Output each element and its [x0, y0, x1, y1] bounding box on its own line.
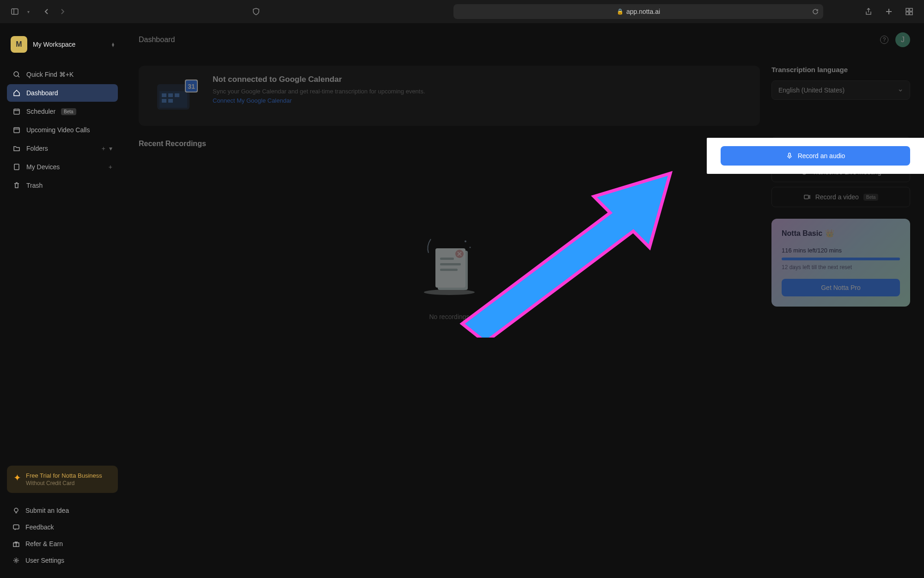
recent-recordings-title: Recent Recordings: [139, 140, 760, 148]
bulb-icon: [12, 507, 20, 514]
beta-badge: Beta: [863, 194, 879, 201]
mic-icon: [786, 152, 793, 160]
plan-days: 12 days left till the next reset: [782, 264, 900, 271]
svg-text:31: 31: [188, 83, 195, 90]
sparkle-icon: ✦: [13, 472, 21, 483]
device-icon: [12, 163, 21, 171]
language-selected: English (United States): [778, 86, 844, 94]
empty-state: No recordings: [139, 157, 760, 388]
browser-toolbar: ▾ 🔒 app.notta.ai: [0, 0, 924, 23]
page-title: Dashboard: [139, 36, 175, 44]
svg-point-24: [465, 240, 466, 242]
sidebar-item-label: Trash: [26, 182, 43, 189]
video-icon: [803, 193, 811, 201]
footer-refer[interactable]: Refer & Earn: [7, 535, 118, 552]
footer-label: Refer & Earn: [25, 540, 63, 547]
chevron-down-icon: [898, 87, 903, 93]
svg-rect-35: [804, 195, 808, 199]
footer-settings[interactable]: User Settings: [7, 552, 118, 569]
svg-rect-4: [906, 12, 909, 15]
quick-find[interactable]: Quick Find ⌘+K: [7, 66, 118, 83]
svg-rect-3: [910, 8, 912, 11]
calendar-title: Not connected to Google Calendar: [213, 75, 425, 84]
svg-rect-17: [168, 93, 173, 97]
sidebar-item-upcoming[interactable]: Upcoming Video Calls: [7, 121, 118, 139]
svg-rect-8: [14, 128, 19, 133]
plan-card: Notta Basic 👑 116 mins left/120 mins 12 …: [771, 219, 910, 307]
promo-subtitle: Without Credit Card: [26, 480, 102, 486]
svg-point-13: [15, 560, 17, 561]
promo-card[interactable]: ✦ Free Trial for Notta Business Without …: [7, 466, 118, 493]
footer-submit-idea[interactable]: Submit an Idea: [7, 502, 118, 519]
dropdown-caret-icon[interactable]: ▾: [27, 9, 30, 14]
reload-icon[interactable]: [812, 8, 819, 15]
lock-icon: 🔒: [617, 8, 624, 15]
calendar-icon: [12, 107, 21, 116]
home-icon: [12, 89, 21, 97]
quick-find-label: Quick Find ⌘+K: [26, 71, 73, 78]
main-content: Dashboard ? J: [125, 23, 924, 578]
url-text: app.notta.ai: [626, 8, 660, 15]
empty-text: No recordings: [429, 313, 469, 320]
sidebar-item-label: Upcoming Video Calls: [26, 126, 90, 134]
svg-point-25: [470, 247, 471, 248]
back-icon[interactable]: [41, 6, 52, 17]
svg-rect-20: [168, 99, 173, 103]
svg-point-32: [424, 289, 475, 295]
workspace-selector[interactable]: M My Workspace ▴▾: [7, 32, 118, 56]
help-icon[interactable]: ?: [880, 36, 888, 44]
add-folder-icon[interactable]: +: [102, 145, 105, 152]
sidebar-toggle-icon[interactable]: [9, 6, 20, 17]
topbar: Dashboard ? J: [125, 23, 924, 56]
url-bar[interactable]: 🔒 app.notta.ai: [453, 4, 823, 19]
chevron-down-icon[interactable]: ▾: [109, 145, 112, 152]
crown-icon: 👑: [825, 229, 834, 238]
sidebar-item-folders[interactable]: Folders + ▾: [7, 140, 118, 157]
add-device-icon[interactable]: +: [109, 163, 112, 171]
sidebar-item-trash[interactable]: Trash: [7, 177, 118, 194]
video-label: Record a video: [815, 193, 859, 201]
user-avatar[interactable]: J: [895, 32, 910, 47]
sidebar-item-devices[interactable]: My Devices +: [7, 158, 118, 176]
trash-icon: [12, 181, 21, 190]
tabs-grid-icon[interactable]: [904, 6, 915, 17]
shield-icon[interactable]: [251, 6, 262, 17]
sidebar-item-scheduler[interactable]: Scheduler Beta: [7, 103, 118, 120]
svg-rect-5: [910, 12, 912, 15]
calendar-connect-link[interactable]: Connect My Google Calendar: [213, 97, 292, 104]
sidebar-item-dashboard[interactable]: Dashboard: [7, 84, 118, 102]
svg-rect-18: [175, 93, 179, 97]
footer-label: Submit an Idea: [25, 507, 69, 514]
svg-rect-2: [906, 8, 909, 11]
sidebar: M My Workspace ▴▾ Quick Find ⌘+K Dashboa…: [0, 23, 125, 578]
plan-minutes: 116 mins left/120 mins: [782, 247, 900, 254]
record-video-button[interactable]: Record a video Beta: [771, 187, 910, 207]
svg-rect-30: [440, 269, 458, 271]
plus-icon[interactable]: [883, 6, 894, 17]
highlight-callout: Record an audio: [707, 138, 924, 174]
language-title: Transcription language: [771, 66, 910, 74]
gear-icon: [12, 557, 20, 564]
svg-point-10: [14, 508, 18, 512]
calendar-check-icon: [12, 126, 21, 134]
plan-progress-bar: [782, 258, 900, 260]
svg-rect-7: [14, 109, 19, 114]
footer-label: Feedback: [25, 523, 54, 531]
record-audio-button[interactable]: Record an audio: [721, 146, 910, 166]
svg-rect-16: [162, 93, 166, 97]
footer-feedback[interactable]: Feedback: [7, 519, 118, 535]
get-pro-button[interactable]: Get Notta Pro: [782, 279, 900, 296]
folder-icon: [12, 144, 21, 153]
svg-point-6: [14, 72, 18, 76]
chevron-updown-icon: ▴▾: [112, 42, 114, 47]
promo-title: Free Trial for Notta Business: [26, 472, 102, 479]
svg-rect-29: [440, 263, 461, 265]
share-icon[interactable]: [863, 6, 874, 17]
calendar-illustration: 31: [148, 75, 203, 117]
svg-rect-0: [12, 9, 18, 14]
search-icon: [12, 70, 21, 79]
forward-icon[interactable]: [57, 6, 68, 17]
footer-label: User Settings: [25, 557, 64, 564]
calendar-connect-card: 31 Not connected to Google Calendar Sync…: [139, 66, 760, 126]
language-select[interactable]: English (United States): [771, 80, 910, 100]
